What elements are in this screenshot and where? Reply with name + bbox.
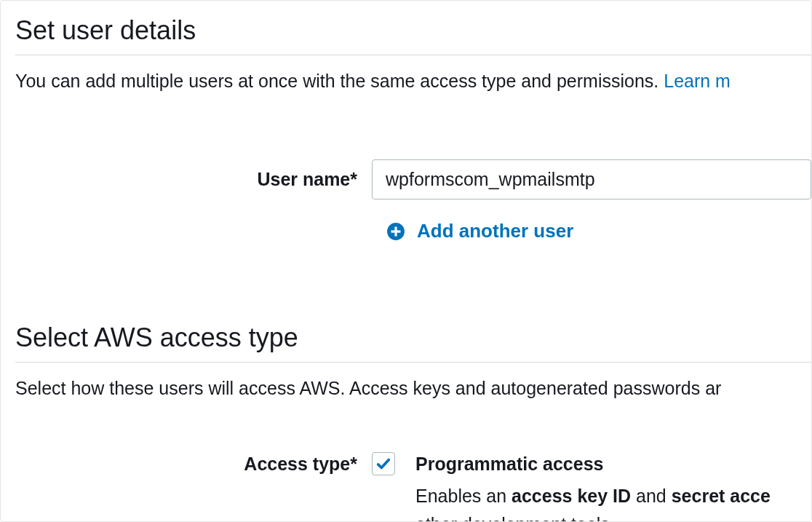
divider — [15, 55, 811, 55]
learn-more-link[interactable]: Learn m — [664, 71, 731, 91]
svg-rect-2 — [391, 230, 401, 232]
username-input[interactable] — [372, 159, 811, 199]
add-another-user-label: Add another user — [417, 220, 573, 242]
access-type-row: Access type* Programmatic access Enables… — [15, 452, 811, 522]
programmatic-access-checkbox[interactable] — [372, 452, 395, 475]
access-option-content: Programmatic access Enables an access ke… — [415, 452, 811, 522]
user-details-heading: Set user details — [15, 15, 811, 46]
plus-circle-icon — [386, 222, 405, 241]
description-text: You can add multiple users at once with … — [15, 71, 664, 91]
access-type-label: Access type* — [15, 452, 372, 475]
username-label: User name* — [15, 169, 372, 190]
divider — [15, 362, 811, 363]
username-row: User name* — [15, 159, 811, 199]
access-option-title: Programmatic access — [415, 454, 811, 475]
access-type-heading: Select AWS access type — [15, 323, 811, 353]
access-option-description: Enables an access key ID and secret acce… — [415, 482, 811, 522]
user-details-description: You can add multiple users at once with … — [15, 68, 811, 94]
access-type-description: Select how these users will access AWS. … — [15, 376, 811, 401]
add-another-user-button[interactable]: Add another user — [386, 220, 811, 242]
